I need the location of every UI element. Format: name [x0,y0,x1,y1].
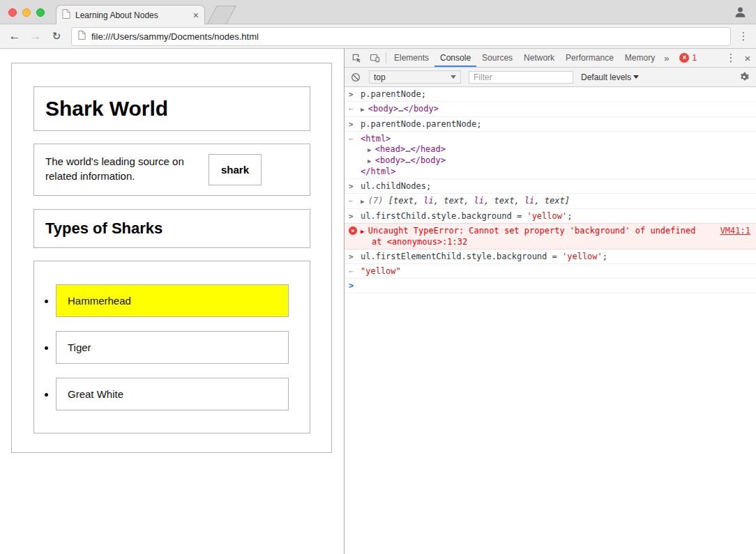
console-text: 'yellow' [527,211,567,221]
error-icon: × [349,226,357,235]
page-heading2: Types of Sharks [33,209,310,248]
new-tab-button[interactable] [207,6,236,24]
console-text: text [494,196,515,206]
tab-sources[interactable]: Sources [476,49,518,67]
error-count-badge[interactable]: × 1 [679,53,697,63]
execution-context-selector[interactable]: top [369,70,461,84]
console-text: , [464,196,474,206]
url-text: file:///Users/sammy/Docments/nodes.html [91,31,259,42]
list-item-hammerhead: Hammerhead [56,284,289,317]
source-link[interactable]: VM41:1 [713,226,750,236]
devtools-menu-icon[interactable]: ⋮ [723,52,739,64]
console-text: Uncaught TypeError: Cannot set property … [368,226,696,236]
console-text: , [434,196,444,206]
browser-menu-icon[interactable]: ⋮ [736,30,750,43]
page-container: Shark World The world's leading source o… [11,63,332,453]
reload-button[interactable]: ↻ [47,27,66,45]
settings-gear-icon[interactable] [739,72,750,83]
forward-button[interactable]: → [27,27,45,45]
expand-icon[interactable]: ▶ [368,157,375,164]
console-text: </body> [410,155,446,165]
console-text: , [484,196,494,206]
tab-performance[interactable]: Performance [560,49,619,67]
console-text: </body> [403,104,439,114]
tab-network[interactable]: Network [518,49,560,67]
expand-icon[interactable]: ▶ [361,228,368,235]
address-bar[interactable]: file:///Users/sammy/Docments/nodes.html [71,27,731,46]
expand-icon[interactable]: ▶ [361,106,368,113]
filter-input[interactable] [469,71,573,84]
console-prompt[interactable]: > [345,279,756,293]
paragraph-text: The world's leading source on related in… [45,154,200,183]
console-text: text [444,196,464,206]
close-window-button[interactable] [8,8,17,17]
console-text: <body> [368,104,398,114]
tab-elements[interactable]: Elements [388,49,434,67]
console-input[interactable]: >p.parentNode.parentNode; [345,117,756,132]
clear-console-icon[interactable] [351,72,361,82]
expand-icon[interactable]: ▶ [361,198,368,205]
console-result[interactable]: ←▶ <body>…</body> [345,102,756,117]
console-text: text [545,196,565,206]
console-toolbar: top Default levels [345,68,756,87]
strong-shark-label: shark [209,154,262,185]
content-area: Shark World The world's leading source o… [0,49,756,554]
input-chevron-icon: > [349,252,361,262]
console-error[interactable]: ×▶ Uncaught TypeError: Cannot set proper… [345,223,756,249]
console-input[interactable]: >p.parentNode; [345,87,756,102]
page-favicon-icon [62,9,70,22]
console-text: li [474,196,484,206]
page-paragraph: The world's leading source on related in… [33,144,310,196]
console-input[interactable]: >ul.childNodes; [345,179,756,194]
console-text: [ [388,196,393,206]
console-text: ul.childNodes; [361,181,431,191]
devtools-close-icon[interactable]: × [739,52,756,64]
tab-strip: Learning About Nodes × [0,0,756,24]
divider [386,52,386,63]
input-chevron-icon: > [349,181,361,192]
shark-list: Hammerhead Tiger Great White [44,284,289,410]
console-result[interactable]: ←<html>▶ <head>…</head>▶ <body>…</body><… [345,132,756,179]
tab-console[interactable]: Console [434,49,476,67]
browser-toolbar: ← → ↻ file:///Users/sammy/Docments/nodes… [0,24,756,49]
error-badge-icon: × [679,53,689,63]
console-text: , [534,196,544,206]
profile-icon[interactable] [734,6,747,19]
chevron-down-icon [633,75,639,79]
devtools-panel: Elements Console Sources Network Perform… [345,49,756,554]
console-result[interactable]: ←▶ (7) [text, li, text, li, text, li, te… [345,194,756,209]
window-controls [8,8,45,17]
tab-close-icon[interactable]: × [193,10,199,20]
console-text: , [414,196,423,206]
console-text: p.parentNode.parentNode; [361,119,481,129]
zoom-window-button[interactable] [36,8,45,17]
console-text: text [393,196,414,206]
page-icon [78,30,86,43]
console-text: p.parentNode; [361,89,426,99]
console-text: li [524,196,534,206]
console-text: <body> [375,155,405,165]
console-text: <html> [361,134,391,144]
more-tabs-icon[interactable]: » [660,53,672,63]
console-text: ] [565,196,570,206]
console-result[interactable]: ←"yellow" [345,264,756,279]
list-item-tiger: Tiger [56,331,289,364]
console-input[interactable]: >ul.firstElementChild.style.background =… [345,249,756,264]
console-text: (7) [368,196,388,206]
tab-memory[interactable]: Memory [619,49,660,67]
console-text: ul.firstChild.style.background = [361,211,527,221]
shark-list-container: Hammerhead Tiger Great White [33,261,310,433]
log-levels-dropdown[interactable]: Default levels [581,72,639,82]
minimize-window-button[interactable] [22,8,31,17]
expand-icon[interactable]: ▶ [368,146,375,153]
inspect-element-icon[interactable] [347,49,365,67]
result-arrow-icon: ← [349,134,361,144]
device-toolbar-icon[interactable] [365,49,384,67]
chevron-down-icon [451,75,456,79]
console-input[interactable]: >ul.firstChild.style.background = 'yello… [345,209,756,224]
input-chevron-icon: > [349,89,361,100]
prompt-chevron-icon: > [349,281,361,291]
console-text: </html> [361,167,396,176]
browser-tab[interactable]: Learning About Nodes × [56,5,205,24]
back-button[interactable]: ← [6,27,24,45]
